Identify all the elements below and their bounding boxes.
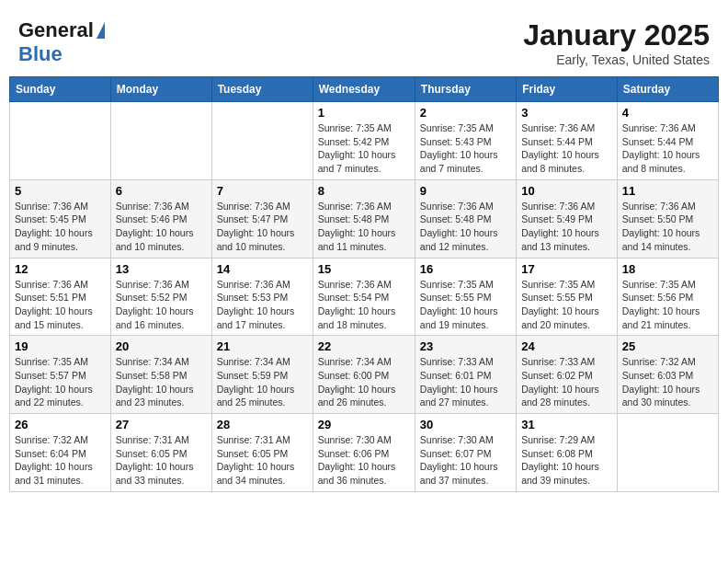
calendar-cell: 6Sunrise: 7:36 AM Sunset: 5:46 PM Daylig… xyxy=(110,179,211,258)
day-number: 20 xyxy=(116,339,207,353)
day-number: 14 xyxy=(217,262,308,276)
calendar-cell: 27Sunrise: 7:31 AM Sunset: 6:05 PM Dayli… xyxy=(110,414,211,492)
day-number: 21 xyxy=(217,339,308,353)
calendar-cell: 8Sunrise: 7:36 AM Sunset: 5:48 PM Daylig… xyxy=(313,179,415,258)
day-number: 31 xyxy=(521,418,612,431)
calendar-header: SundayMondayTuesdayWednesdayThursdayFrid… xyxy=(10,77,719,102)
page-subtitle: Early, Texas, United States xyxy=(523,52,710,67)
logo-blue: Blue xyxy=(18,42,63,65)
day-number: 16 xyxy=(420,262,511,276)
day-info: Sunrise: 7:32 AM Sunset: 6:04 PM Dayligh… xyxy=(15,433,106,488)
calendar-cell: 13Sunrise: 7:36 AM Sunset: 5:52 PM Dayli… xyxy=(110,258,211,336)
calendar-header-row: SundayMondayTuesdayWednesdayThursdayFrid… xyxy=(10,77,719,102)
logo-triangle-icon xyxy=(97,22,105,39)
day-number: 11 xyxy=(622,184,713,198)
calendar-cell: 7Sunrise: 7:36 AM Sunset: 5:47 PM Daylig… xyxy=(211,179,313,258)
day-info: Sunrise: 7:29 AM Sunset: 6:08 PM Dayligh… xyxy=(521,433,612,488)
calendar-week-row: 1Sunrise: 7:35 AM Sunset: 5:42 PM Daylig… xyxy=(10,102,719,180)
day-info: Sunrise: 7:35 AM Sunset: 5:57 PM Dayligh… xyxy=(15,355,106,409)
day-info: Sunrise: 7:36 AM Sunset: 5:46 PM Dayligh… xyxy=(116,200,207,254)
calendar-body: 1Sunrise: 7:35 AM Sunset: 5:42 PM Daylig… xyxy=(10,102,719,492)
day-info: Sunrise: 7:33 AM Sunset: 6:02 PM Dayligh… xyxy=(521,355,612,409)
calendar-cell xyxy=(211,102,313,180)
day-number: 27 xyxy=(116,418,207,431)
day-info: Sunrise: 7:36 AM Sunset: 5:50 PM Dayligh… xyxy=(622,200,713,254)
day-number: 4 xyxy=(622,106,713,120)
calendar-cell: 1Sunrise: 7:35 AM Sunset: 5:42 PM Daylig… xyxy=(313,102,415,180)
day-info: Sunrise: 7:36 AM Sunset: 5:48 PM Dayligh… xyxy=(318,200,410,254)
calendar-cell: 2Sunrise: 7:35 AM Sunset: 5:43 PM Daylig… xyxy=(415,102,516,180)
calendar-cell xyxy=(110,102,211,180)
day-number: 1 xyxy=(318,106,410,120)
day-info: Sunrise: 7:31 AM Sunset: 6:05 PM Dayligh… xyxy=(116,433,207,488)
day-info: Sunrise: 7:36 AM Sunset: 5:51 PM Dayligh… xyxy=(15,278,106,332)
day-info: Sunrise: 7:32 AM Sunset: 6:03 PM Dayligh… xyxy=(622,355,713,409)
calendar-day-header: Sunday xyxy=(10,77,111,102)
title-block: January 2025 Early, Texas, United States xyxy=(523,18,710,67)
day-number: 22 xyxy=(318,339,410,353)
calendar-cell: 24Sunrise: 7:33 AM Sunset: 6:02 PM Dayli… xyxy=(517,336,618,414)
calendar-cell: 12Sunrise: 7:36 AM Sunset: 5:51 PM Dayli… xyxy=(10,258,111,336)
calendar-cell xyxy=(10,102,111,180)
calendar-cell: 31Sunrise: 7:29 AM Sunset: 6:08 PM Dayli… xyxy=(517,414,618,492)
calendar-cell: 11Sunrise: 7:36 AM Sunset: 5:50 PM Dayli… xyxy=(617,179,718,258)
calendar-cell: 21Sunrise: 7:34 AM Sunset: 5:59 PM Dayli… xyxy=(211,336,313,414)
calendar-cell: 25Sunrise: 7:32 AM Sunset: 6:03 PM Dayli… xyxy=(617,336,718,414)
day-number: 17 xyxy=(521,262,612,276)
day-info: Sunrise: 7:36 AM Sunset: 5:44 PM Dayligh… xyxy=(622,121,713,176)
day-info: Sunrise: 7:36 AM Sunset: 5:53 PM Dayligh… xyxy=(217,278,308,332)
day-info: Sunrise: 7:30 AM Sunset: 6:06 PM Dayligh… xyxy=(318,433,410,488)
day-info: Sunrise: 7:36 AM Sunset: 5:47 PM Dayligh… xyxy=(217,200,308,254)
day-info: Sunrise: 7:35 AM Sunset: 5:43 PM Dayligh… xyxy=(420,121,511,176)
day-number: 23 xyxy=(420,339,511,353)
calendar-cell: 16Sunrise: 7:35 AM Sunset: 5:55 PM Dayli… xyxy=(415,258,516,336)
day-info: Sunrise: 7:34 AM Sunset: 5:59 PM Dayligh… xyxy=(217,355,308,409)
calendar-week-row: 19Sunrise: 7:35 AM Sunset: 5:57 PM Dayli… xyxy=(10,336,719,414)
calendar-cell: 3Sunrise: 7:36 AM Sunset: 5:44 PM Daylig… xyxy=(517,102,618,180)
calendar-cell: 28Sunrise: 7:31 AM Sunset: 6:05 PM Dayli… xyxy=(211,414,313,492)
calendar-cell: 10Sunrise: 7:36 AM Sunset: 5:49 PM Dayli… xyxy=(517,179,618,258)
day-info: Sunrise: 7:34 AM Sunset: 5:58 PM Dayligh… xyxy=(116,355,207,409)
calendar-cell: 5Sunrise: 7:36 AM Sunset: 5:45 PM Daylig… xyxy=(10,179,111,258)
day-number: 8 xyxy=(318,184,410,198)
calendar-cell: 4Sunrise: 7:36 AM Sunset: 5:44 PM Daylig… xyxy=(617,102,718,180)
day-info: Sunrise: 7:33 AM Sunset: 6:01 PM Dayligh… xyxy=(420,355,511,409)
calendar-week-row: 12Sunrise: 7:36 AM Sunset: 5:51 PM Dayli… xyxy=(10,258,719,336)
day-info: Sunrise: 7:35 AM Sunset: 5:56 PM Dayligh… xyxy=(622,278,713,332)
day-number: 26 xyxy=(15,418,106,431)
day-number: 3 xyxy=(521,106,612,120)
day-number: 15 xyxy=(318,262,410,276)
day-number: 9 xyxy=(420,184,511,198)
day-info: Sunrise: 7:35 AM Sunset: 5:55 PM Dayligh… xyxy=(521,278,612,332)
calendar-cell: 23Sunrise: 7:33 AM Sunset: 6:01 PM Dayli… xyxy=(415,336,516,414)
day-info: Sunrise: 7:36 AM Sunset: 5:44 PM Dayligh… xyxy=(521,121,612,176)
calendar-cell: 26Sunrise: 7:32 AM Sunset: 6:04 PM Dayli… xyxy=(10,414,111,492)
calendar-table: SundayMondayTuesdayWednesdayThursdayFrid… xyxy=(9,76,719,492)
calendar-cell: 19Sunrise: 7:35 AM Sunset: 5:57 PM Dayli… xyxy=(10,336,111,414)
day-number: 18 xyxy=(622,262,713,276)
calendar-cell: 29Sunrise: 7:30 AM Sunset: 6:06 PM Dayli… xyxy=(313,414,415,492)
calendar-cell: 18Sunrise: 7:35 AM Sunset: 5:56 PM Dayli… xyxy=(617,258,718,336)
calendar-cell: 14Sunrise: 7:36 AM Sunset: 5:53 PM Dayli… xyxy=(211,258,313,336)
day-number: 19 xyxy=(15,339,106,353)
day-number: 7 xyxy=(217,184,308,198)
day-number: 28 xyxy=(217,418,308,431)
day-info: Sunrise: 7:36 AM Sunset: 5:45 PM Dayligh… xyxy=(15,200,106,254)
calendar-cell: 22Sunrise: 7:34 AM Sunset: 6:00 PM Dayli… xyxy=(313,336,415,414)
logo: General Blue xyxy=(18,18,105,66)
calendar-week-row: 26Sunrise: 7:32 AM Sunset: 6:04 PM Dayli… xyxy=(10,414,719,492)
day-number: 12 xyxy=(15,262,106,276)
day-info: Sunrise: 7:31 AM Sunset: 6:05 PM Dayligh… xyxy=(217,433,308,488)
calendar-cell: 15Sunrise: 7:36 AM Sunset: 5:54 PM Dayli… xyxy=(313,258,415,336)
day-number: 24 xyxy=(521,339,612,353)
calendar-cell xyxy=(617,414,718,492)
calendar-day-header: Monday xyxy=(110,77,211,102)
day-number: 25 xyxy=(622,339,713,353)
day-info: Sunrise: 7:36 AM Sunset: 5:48 PM Dayligh… xyxy=(420,200,511,254)
calendar-day-header: Saturday xyxy=(617,77,718,102)
calendar-cell: 9Sunrise: 7:36 AM Sunset: 5:48 PM Daylig… xyxy=(415,179,516,258)
day-info: Sunrise: 7:34 AM Sunset: 6:00 PM Dayligh… xyxy=(318,355,410,409)
calendar-day-header: Friday xyxy=(517,77,618,102)
page-title: January 2025 xyxy=(523,18,710,52)
day-info: Sunrise: 7:35 AM Sunset: 5:42 PM Dayligh… xyxy=(318,121,410,176)
